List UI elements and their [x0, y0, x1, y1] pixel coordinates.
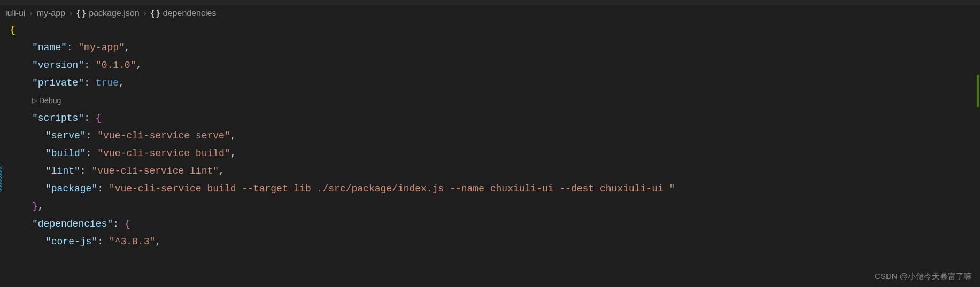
code-line[interactable]: "private": true, [5, 74, 980, 92]
minimap-change-marker [977, 75, 979, 107]
change-indicator [0, 166, 2, 192]
code-line[interactable]: "name": "my-app", [5, 39, 980, 57]
code-line[interactable]: { [5, 21, 980, 39]
chevron-right-icon: › [70, 9, 72, 18]
breadcrumb-item-symbol[interactable]: { } dependencies [151, 9, 217, 18]
code-line[interactable]: "lint": "vue-cli-service lint", [5, 162, 980, 180]
editor-top-bar [0, 0, 980, 5]
code-line[interactable]: "core-js": "^3.8.3", [5, 233, 980, 251]
code-line[interactable]: "serve": "vue-cli-service serve", [5, 127, 980, 145]
watermark: CSDN @小储今天暴富了嘛 [875, 272, 972, 282]
code-line[interactable]: "dependencies": { [5, 215, 980, 233]
breadcrumb: iuli-ui › my-app › { } package.json › { … [0, 5, 980, 21]
code-line[interactable]: "scripts": { [5, 110, 980, 127]
play-icon: ▷ [32, 92, 37, 110]
code-line[interactable]: "build": "vue-cli-service build", [5, 145, 980, 162]
breadcrumb-item-root[interactable]: iuli-ui [5, 9, 25, 18]
chevron-right-icon: › [144, 9, 146, 18]
debug-codelens[interactable]: ▷Debug [5, 92, 980, 110]
braces-icon: { } [151, 9, 160, 18]
code-line[interactable]: }, [5, 198, 980, 215]
breadcrumb-item-folder[interactable]: my-app [37, 9, 65, 18]
code-line[interactable]: "package": "vue-cli-service build --targ… [5, 180, 980, 198]
minimap[interactable] [972, 21, 980, 235]
breadcrumb-item-file[interactable]: { } package.json [76, 9, 139, 18]
braces-icon: { } [76, 9, 86, 18]
code-editor[interactable]: { "name": "my-app", "version": "0.1.0", … [0, 21, 980, 251]
code-line[interactable]: "version": "0.1.0", [5, 57, 980, 74]
chevron-right-icon: › [29, 9, 32, 18]
